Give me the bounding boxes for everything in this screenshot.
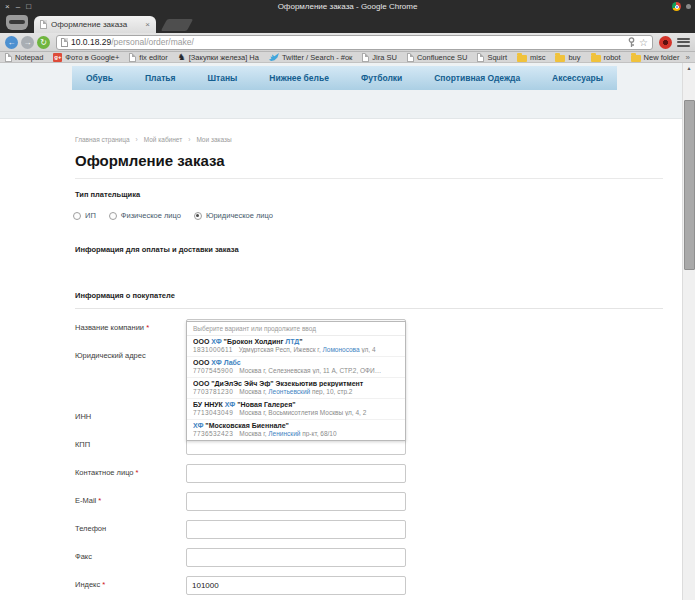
scrollbar-thumb[interactable] <box>684 100 695 270</box>
suggestion-item[interactable]: ООО ХФ "Брокон Холдинг ЛТД"1831000611Удм… <box>187 336 405 357</box>
contact-person-input[interactable] <box>186 464 406 483</box>
scrollbar[interactable]: ▲ <box>682 63 695 600</box>
bookmark-item[interactable]: New folder <box>631 53 680 62</box>
bookmarks-list: Notepadg+Фото в Google+fix editor♞[Закуп… <box>5 53 680 62</box>
fax-input[interactable] <box>186 548 406 567</box>
required-asterisk: * <box>96 496 101 505</box>
suggestion-item[interactable]: ООО ХФ Лабс7707545900Москва г, Селезневс… <box>187 357 405 378</box>
menu-item[interactable]: Аксессуары <box>552 73 603 83</box>
bookmark-item[interactable]: Notepad <box>5 53 43 62</box>
bookmark-label: Twitter / Search - #ок <box>282 53 352 62</box>
field-label: Контактное лицо * <box>75 464 186 492</box>
url-text: 10.0.18.29/personal/order/make/ <box>71 37 194 47</box>
profile-avatar-icon[interactable] <box>6 15 28 30</box>
window-dot-icon <box>686 4 691 9</box>
menu-item[interactable]: Нижнее белье <box>269 73 329 83</box>
field-label: Название компании * <box>75 319 186 347</box>
bookmark-label: misc <box>530 53 545 62</box>
forward-button[interactable]: → <box>21 36 34 49</box>
suggestion-inn: 7713043049 <box>193 409 233 416</box>
reload-button[interactable]: ↻ <box>37 36 50 49</box>
bookmark-label: Confluence SU <box>417 53 467 62</box>
suggestion-title: ХФ "Московская Биеннале" <box>193 422 399 429</box>
bookmark-label: Notepad <box>15 53 43 62</box>
tab-strip: Оформление заказа × <box>0 13 695 33</box>
payer-type-option[interactable]: ИП <box>73 211 96 220</box>
suggestion-detail: 7703781230Москва г, Леонтьевский пер, 10… <box>193 388 399 395</box>
field-label: Факс <box>75 548 186 576</box>
bookmark-label: Фото в Google+ <box>65 53 119 62</box>
site-page-icon <box>61 38 68 47</box>
bookmark-item[interactable]: fix editor <box>129 53 167 62</box>
menu-item[interactable]: Обувь <box>86 73 113 83</box>
menu-item[interactable]: Штаны <box>207 73 237 83</box>
bookmark-item[interactable]: Twitter / Search - #ок <box>269 53 352 62</box>
breadcrumb-item[interactable]: Главная страница <box>75 136 130 143</box>
suggestion-inn: 7707545900 <box>193 367 233 374</box>
folder-icon <box>517 55 527 62</box>
radio-icon <box>73 212 81 220</box>
field-label: Индекс * <box>75 576 186 600</box>
knight-icon: ♞ <box>178 53 186 62</box>
field-label: E-Mail * <box>75 492 186 520</box>
new-tab-button[interactable] <box>161 19 193 31</box>
suggestion-item[interactable]: БУ ННУК ХФ "Новая Галерея"7713043049Моск… <box>187 399 405 420</box>
folder-icon <box>555 55 565 62</box>
bookmark-label: Squirt <box>487 53 507 62</box>
suggestion-item[interactable]: ООО "ДиЭлЭс Эйч Эф" Экзекьютив рекруитме… <box>187 378 405 399</box>
page-icon <box>5 53 12 62</box>
bookmark-item[interactable]: robot <box>591 53 621 62</box>
tab-title: Оформление заказа <box>51 20 142 29</box>
suggestion-inn: 7736532423 <box>193 430 233 437</box>
required-asterisk: * <box>100 580 105 589</box>
form-row: Факс <box>75 548 681 576</box>
required-asterisk: * <box>144 323 149 332</box>
menu-item[interactable]: Футболки <box>361 73 402 83</box>
folder-icon <box>631 55 641 62</box>
bookmark-label: New folder <box>644 53 680 62</box>
zip-input[interactable]: 101000 <box>186 576 406 595</box>
extension-icon[interactable] <box>659 36 672 49</box>
bookmark-item[interactable]: buy <box>555 53 580 62</box>
autocomplete-dropdown: Выберите вариант или продолжите ввод ООО… <box>186 321 406 441</box>
bookmark-item[interactable]: Squirt <box>477 53 507 62</box>
page-title: Оформление заказа <box>75 152 681 169</box>
scroll-up-icon[interactable]: ▲ <box>683 63 695 74</box>
bookmarks-bar: Notepadg+Фото в Google+fix editor♞[Закуп… <box>0 52 695 63</box>
radio-label: Физическое лицо <box>121 211 181 220</box>
form-row: E-Mail * <box>75 492 681 520</box>
divider <box>75 178 663 179</box>
required-asterisk: * <box>134 468 139 477</box>
tab-close-icon[interactable]: × <box>145 20 150 29</box>
suggestion-title: ООО "ДиЭлЭс Эйч Эф" Экзекьютив рекруитме… <box>193 380 399 387</box>
back-button[interactable]: ← <box>5 36 18 49</box>
chrome-menu-icon[interactable] <box>677 37 690 48</box>
menu-item[interactable]: Спортивная Одежда <box>434 73 520 83</box>
phone-input[interactable] <box>186 520 406 539</box>
twitter-icon <box>269 53 279 61</box>
bookmark-item[interactable]: ♞[Закупки железа] На <box>178 53 259 62</box>
bookmark-item[interactable]: g+Фото в Google+ <box>53 53 119 62</box>
suggestion-detail: 7736532423Москва г, Ленинский пр-кт, 68/… <box>193 430 399 437</box>
web-page: ОбувьПлатьяШтаныНижнее бельеФутболкиСпор… <box>0 63 695 600</box>
suggestion-title: ООО ХФ Лабс <box>193 359 399 366</box>
page-icon <box>407 53 414 62</box>
autocomplete-list: ООО ХФ "Брокон Холдинг ЛТД"1831000611Удм… <box>187 336 405 440</box>
radio-icon <box>109 212 117 220</box>
email-input[interactable] <box>186 492 406 511</box>
breadcrumb-separator-icon: › <box>136 136 138 143</box>
payer-type-option[interactable]: Физическое лицо <box>109 211 181 220</box>
bookmarks-overflow-icon[interactable]: » <box>686 53 690 62</box>
suggestion-item[interactable]: ХФ "Московская Биеннале"7736532423Москва… <box>187 420 405 440</box>
breadcrumb-item[interactable]: Мой кабинет <box>144 136 182 143</box>
bookmark-item[interactable]: Jira SU <box>362 53 397 62</box>
menu-item[interactable]: Платья <box>145 73 176 83</box>
payer-type-option[interactable]: Юридическое лицо <box>194 211 273 220</box>
bookmark-star-icon[interactable]: ☆ <box>639 37 648 48</box>
bookmark-item[interactable]: Confluence SU <box>407 53 467 62</box>
browser-tab[interactable]: Оформление заказа × <box>34 16 156 33</box>
field-label: КПП <box>75 436 186 464</box>
form-row: Индекс *101000 <box>75 576 681 600</box>
bookmark-item[interactable]: misc <box>517 53 545 62</box>
url-bar[interactable]: 10.0.18.29/personal/order/make/ ☆ <box>56 35 653 50</box>
